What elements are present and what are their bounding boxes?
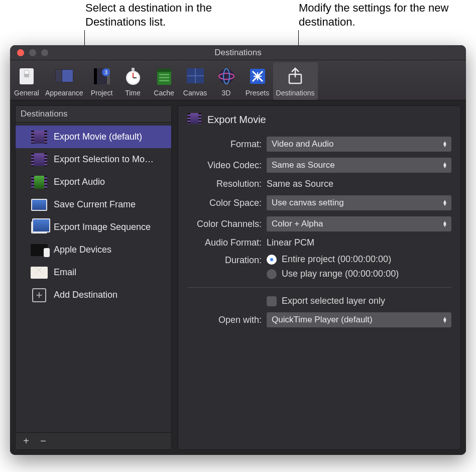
duration-play-range-radio[interactable]: Use play range (00:00:00:00) [267, 269, 451, 279]
destination-label: Email [54, 267, 76, 278]
panel-title-row: Export Movie [187, 113, 451, 127]
destinations-list: Export Movie (default) Export Selection … [16, 123, 171, 432]
callout-left: Select a destination in the Destinations… [85, 1, 256, 29]
destination-label: Export Audio [54, 177, 105, 187]
destination-image-sequence[interactable]: Export Image Sequence [16, 216, 171, 239]
tab-label: Appearance [45, 89, 83, 97]
share-icon [284, 65, 307, 87]
updown-icon: ▲▼ [442, 317, 447, 323]
film-icon [31, 130, 48, 144]
destination-label: Apple Devices [54, 245, 111, 255]
svg-rect-20 [159, 80, 169, 81]
tab-presets[interactable]: Presets [242, 62, 273, 100]
select-value: Color + Alpha [272, 219, 323, 229]
annotation-callouts: Select a destination in the Destinations… [0, 0, 476, 46]
destination-label: Export Image Sequence [54, 222, 151, 232]
svg-rect-2 [25, 71, 29, 74]
destination-label: Export Movie (default) [54, 132, 142, 142]
select-value: Video and Audio [272, 139, 334, 149]
updown-icon: ▲▼ [442, 200, 447, 206]
format-select[interactable]: Video and Audio ▲▼ [267, 137, 451, 152]
svg-rect-7 [94, 68, 97, 84]
svg-rect-13 [132, 68, 135, 71]
remove-destination-button[interactable]: − [37, 435, 50, 448]
label-color-channels: Color Channels: [187, 219, 262, 229]
tab-appearance[interactable]: Appearance [42, 62, 86, 100]
destination-export-audio[interactable]: Export Audio [16, 171, 171, 193]
callout-right: Modify the settings for the new destinat… [299, 1, 474, 29]
tab-3d[interactable]: 3D [211, 62, 242, 100]
sidebar-footer: + − [16, 432, 171, 449]
resolution-value: Same as Source [267, 179, 451, 189]
appearance-icon [53, 65, 76, 87]
destination-email[interactable]: Email [16, 261, 171, 284]
tab-label: Presets [246, 89, 269, 97]
3d-icon [215, 65, 238, 87]
tab-label: General [14, 89, 39, 97]
tab-general[interactable]: General [11, 62, 42, 100]
label-color-space: Color Space: [187, 198, 262, 208]
destination-label: Export Selection to Mo… [54, 154, 154, 165]
divider [187, 287, 451, 288]
switch-icon [15, 65, 38, 87]
tab-project[interactable]: 3 Project [86, 62, 117, 100]
audio-format-value: Linear PCM [267, 238, 451, 248]
label-video-codec: Video Codec: [187, 160, 262, 171]
select-value: QuickTime Player (default) [272, 315, 373, 325]
canvas-icon [184, 65, 207, 87]
label-format: Format: [187, 139, 262, 150]
select-value: Same as Source [272, 160, 335, 170]
destination-apple-devices[interactable]: Apple Devices [16, 239, 171, 261]
tab-cache[interactable]: Cache [149, 62, 180, 100]
select-value: Use canvas setting [272, 198, 344, 208]
open-with-select[interactable]: QuickTime Player (default) ▲▼ [267, 312, 451, 327]
preferences-window: Destinations General Appearance 3 Projec… [10, 45, 466, 455]
frame-icon [31, 198, 48, 212]
svg-rect-4 [56, 70, 62, 82]
label-duration: Duration: [187, 254, 262, 266]
export-selected-layer-checkbox[interactable]: Export selected layer only [267, 296, 451, 306]
radio-label: Use play range (00:00:00:00) [282, 269, 399, 279]
tab-label: Canvas [183, 89, 207, 97]
destination-label: Save Current Frame [54, 199, 136, 210]
preferences-toolbar: General Appearance 3 Project Time Cache [10, 60, 466, 100]
destination-export-selection[interactable]: Export Selection to Mo… [16, 148, 171, 171]
destination-save-frame[interactable]: Save Current Frame [16, 193, 171, 216]
tab-canvas[interactable]: Canvas [180, 62, 211, 100]
updown-icon: ▲▼ [442, 162, 447, 168]
destination-label: Add Destination [54, 290, 117, 300]
radio-label: Entire project (00:00:00:00) [282, 254, 391, 265]
svg-rect-17 [157, 69, 171, 72]
destination-export-movie[interactable]: Export Movie (default) [16, 126, 171, 148]
svg-rect-19 [159, 77, 169, 78]
window-title: Destinations [10, 48, 466, 58]
label-open-with: Open with: [187, 315, 262, 325]
add-destination-button[interactable]: + [20, 435, 33, 448]
checkbox-box-icon [267, 296, 277, 306]
devices-icon [31, 243, 48, 257]
film-green-icon [31, 175, 48, 189]
duration-radiogroup: Entire project (00:00:00:00) Use play ra… [267, 254, 451, 279]
panel-title: Export Movie [207, 114, 266, 126]
color-channels-select[interactable]: Color + Alpha ▲▼ [267, 216, 451, 231]
label-resolution: Resolution: [187, 179, 262, 189]
tab-destinations[interactable]: Destinations [273, 62, 318, 100]
tab-label: 3D [222, 89, 231, 97]
settings-form: Format: Video and Audio ▲▼ Video Codec: … [187, 137, 451, 327]
titlebar: Destinations [10, 45, 466, 60]
content-area: Destinations Export Movie (default) Expo… [10, 100, 466, 455]
updown-icon: ▲▼ [442, 221, 447, 227]
frame-sequence-icon [31, 220, 48, 234]
project-icon: 3 [90, 65, 113, 87]
plus-square-icon: + [31, 288, 48, 302]
tab-time[interactable]: Time [117, 62, 149, 100]
tab-label: Cache [154, 89, 174, 97]
updown-icon: ▲▼ [442, 141, 447, 147]
checkbox-label: Export selected layer only [282, 296, 385, 306]
radio-on-icon [267, 255, 277, 265]
duration-entire-radio[interactable]: Entire project (00:00:00:00) [267, 254, 451, 265]
destination-add[interactable]: + Add Destination [16, 284, 171, 306]
color-space-select[interactable]: Use canvas setting ▲▼ [267, 195, 451, 210]
svg-rect-18 [159, 74, 169, 75]
video-codec-select[interactable]: Same as Source ▲▼ [267, 158, 451, 173]
